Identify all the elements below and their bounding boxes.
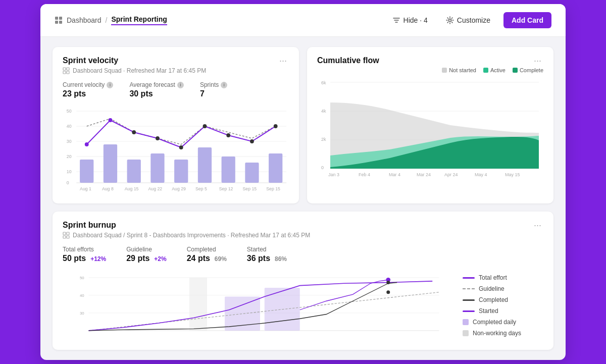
burnup-chart-area: 50 40 30 — [63, 270, 543, 341]
svg-rect-69 — [67, 236, 69, 238]
info-icon-1[interactable]: i — [107, 82, 113, 88]
svg-text:Aug 15: Aug 15 — [125, 186, 139, 191]
burnup-stat-guideline: Guideline 29 pts +2% — [126, 246, 167, 263]
legend-label-completed: Completed — [479, 296, 508, 303]
burnup-subtitle-text: Dashboard Squad / Sprint 8 - Dashboards … — [73, 232, 310, 239]
burnup-stats: Total efforts 50 pts +12% Guideline 29 p… — [63, 246, 543, 263]
breadcrumb: Dashboard / Sprint Reporting — [55, 15, 167, 25]
svg-rect-25 — [104, 144, 117, 183]
app-container: Dashboard / Sprint Reporting Hide · 4 Cu… — [40, 4, 566, 360]
legend-label-guideline: Guideline — [479, 285, 504, 292]
burnup-subtitle: Dashboard Squad / Sprint 8 - Dashboards … — [63, 232, 543, 239]
legend-dash-guideline — [463, 288, 475, 289]
svg-point-7 — [448, 19, 451, 22]
stat-label-3: Sprints i — [200, 81, 227, 88]
burnup-card-header: Sprint burnup ··· — [63, 221, 543, 230]
svg-rect-27 — [150, 153, 164, 183]
svg-rect-32 — [269, 153, 282, 183]
burnup-stat-completed: Completed 24 pts 69% — [187, 246, 227, 263]
svg-point-82 — [386, 281, 390, 284]
legend-not-started: Not started — [442, 67, 476, 73]
burnup-stat-label-0: Total efforts — [63, 246, 106, 253]
svg-rect-2 — [55, 21, 58, 24]
customize-button[interactable]: Customize — [441, 13, 495, 27]
burnup-change-0: +12% — [90, 255, 106, 263]
cumulative-more-button[interactable]: ··· — [532, 56, 543, 65]
svg-point-37 — [179, 145, 183, 149]
velocity-chart: 50 40 30 20 10 0 — [63, 103, 289, 194]
velocity-stats: Current velocity i 23 pts Average foreca… — [63, 81, 289, 98]
header: Dashboard / Sprint Reporting Hide · 4 Cu… — [40, 4, 566, 37]
burnup-stat-label-2: Completed — [187, 246, 227, 253]
legend-total-effort: Total effort — [463, 274, 543, 281]
burnup-stat-value-3: 36 pts 86% — [247, 254, 287, 263]
legend-dot-active — [483, 68, 488, 73]
cumulative-card-header: Cumulative flow ··· — [317, 56, 543, 65]
burnup-stat-value-2: 24 pts 69% — [187, 254, 227, 263]
add-card-button[interactable]: Add Card — [503, 12, 551, 28]
svg-text:Aug 8: Aug 8 — [102, 186, 114, 191]
svg-rect-9 — [67, 68, 69, 70]
velocity-more-button[interactable]: ··· — [277, 56, 289, 65]
svg-rect-28 — [174, 160, 188, 183]
burnup-change-3: 86% — [275, 255, 287, 263]
svg-text:0: 0 — [321, 165, 324, 170]
legend-label-non-working: Non-working days — [473, 330, 521, 337]
svg-rect-79 — [189, 278, 207, 331]
velocity-subtitle: Dashboard Squad · Refreshed Mar 17 at 6:… — [63, 67, 289, 74]
svg-rect-31 — [245, 163, 259, 183]
velocity-card: Sprint velocity ··· Dashboard Squad · Re… — [53, 47, 299, 203]
legend-label-total: Total effort — [479, 274, 507, 281]
svg-rect-67 — [67, 232, 69, 235]
legend-box-non-working — [463, 330, 469, 336]
svg-text:6k: 6k — [321, 80, 326, 85]
svg-text:Mar 24: Mar 24 — [417, 172, 431, 177]
burnup-stat-total: Total efforts 50 pts +12% — [63, 246, 106, 263]
breadcrumb-dashboard[interactable]: Dashboard — [67, 16, 102, 24]
svg-point-34 — [109, 118, 113, 122]
svg-point-41 — [274, 124, 278, 128]
svg-text:Aug 1: Aug 1 — [80, 186, 91, 191]
stat-value-3: 7 — [200, 89, 227, 98]
legend-guideline: Guideline — [463, 285, 543, 292]
header-actions: Hide · 4 Customize Add Card — [387, 12, 551, 28]
burnup-legend: Total effort Guideline Completed Started — [463, 270, 543, 341]
cumulative-legend: Not started Active Complete — [317, 67, 543, 73]
svg-text:Sep 12: Sep 12 — [219, 186, 233, 191]
svg-text:Apr 24: Apr 24 — [444, 172, 458, 177]
legend-line-total — [463, 277, 475, 279]
svg-rect-24 — [80, 160, 93, 183]
burnup-stat-value-1: 29 pts +2% — [126, 254, 167, 263]
burnup-stat-started: Started 36 pts 86% — [247, 246, 287, 263]
main-content: Sprint velocity ··· Dashboard Squad · Re… — [40, 37, 566, 360]
legend-line-completed — [463, 299, 475, 301]
info-icon-2[interactable]: i — [177, 82, 184, 88]
legend-box-completed-daily — [463, 319, 469, 325]
legend-dot-not-started — [442, 68, 447, 73]
legend-label-completed-daily: Completed daily — [473, 319, 516, 326]
svg-text:Mar 4: Mar 4 — [389, 172, 400, 177]
svg-point-38 — [203, 124, 207, 128]
velocity-subtitle-text: Dashboard Squad · Refreshed Mar 17 at 6:… — [73, 67, 206, 74]
svg-text:2k: 2k — [321, 137, 326, 142]
legend-dot-complete — [513, 68, 518, 73]
svg-text:Sep 5: Sep 5 — [195, 186, 207, 191]
svg-rect-68 — [63, 236, 66, 238]
svg-text:20: 20 — [67, 154, 72, 159]
velocity-chart-area: 50 40 30 20 10 0 — [63, 103, 289, 194]
stat-value-2: 30 pts — [129, 89, 184, 98]
cumulative-chart: 6k 4k 2k 0 — [317, 77, 543, 178]
stat-current-velocity: Current velocity i 23 pts — [63, 81, 113, 98]
legend-completed: Completed — [463, 296, 543, 303]
svg-text:May 15: May 15 — [505, 172, 520, 177]
svg-text:Jan 3: Jan 3 — [328, 172, 339, 177]
breadcrumb-separator: / — [106, 16, 108, 24]
hide-button[interactable]: Hide · 4 — [387, 13, 433, 27]
info-icon-3[interactable]: i — [221, 82, 227, 88]
svg-text:Sep 15: Sep 15 — [242, 186, 257, 191]
burnup-more-button[interactable]: ··· — [532, 221, 543, 230]
velocity-title: Sprint velocity — [63, 56, 118, 65]
svg-text:50: 50 — [80, 276, 84, 280]
squad-icon-2 — [63, 232, 70, 239]
svg-point-33 — [85, 142, 89, 146]
